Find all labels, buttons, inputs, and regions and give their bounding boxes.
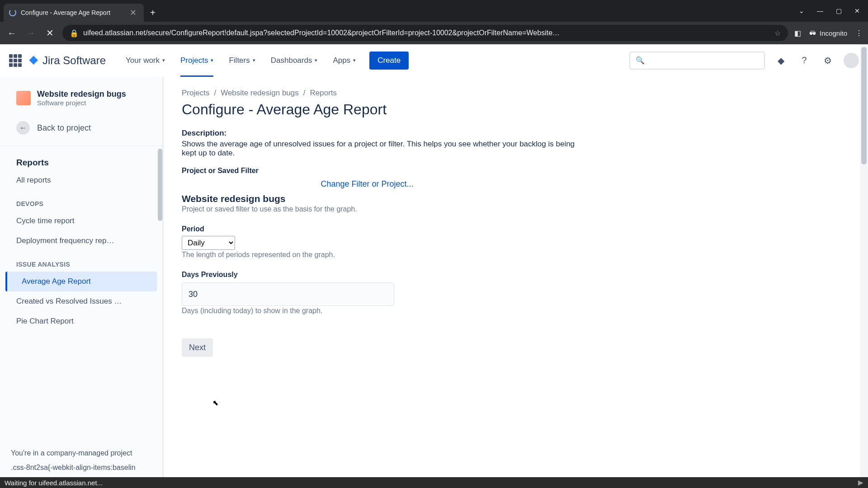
sidebar-group-issue-analysis: ISSUE ANALYSIS [0,251,162,272]
breadcrumb: Projects/ Website redesign bugs/ Reports [182,89,850,98]
project-avatar-icon [16,91,31,105]
change-filter-link[interactable]: Change Filter or Project... [182,179,552,189]
incognito-label: Incognito [820,29,847,37]
chevron-down-icon: ▾ [211,57,213,63]
sidebar-cycle-time-report[interactable]: Cycle time report [0,211,162,231]
browser-tab[interactable]: Configure - Average Age Report ✕ [4,4,144,22]
horizontal-scroll-arrow-icon[interactable]: ▶ [858,479,863,487]
sidebar-pie-chart-report[interactable]: Pie Chart Report [0,311,162,331]
global-nav: Jira Software Your work▾ Projects▾ Filte… [0,44,868,77]
next-button[interactable]: Next [182,338,213,357]
jira-logo[interactable]: Jira Software [28,54,106,67]
settings-icon[interactable]: ⚙ [820,53,835,68]
sidebar-deployment-frequency-report[interactable]: Deployment frequency rep… [0,231,162,251]
breadcrumb-projects[interactable]: Projects [182,89,209,98]
help-icon[interactable]: ? [797,53,812,68]
arrow-left-icon: ← [16,121,30,135]
incognito-icon: 🕶 [809,29,816,37]
nav-filters[interactable]: Filters▾ [222,44,261,77]
url-text: uifeed.atlassian.net/secure/ConfigureRep… [83,29,770,37]
days-label: Days Previously [182,271,589,279]
loading-spinner-icon [9,9,16,16]
sidebar-project-name: Website redesign bugs [37,89,126,99]
breadcrumb-reports[interactable]: Reports [310,89,337,98]
app-switcher-icon[interactable] [9,54,22,67]
main-content: Projects/ Website redesign bugs/ Reports… [164,77,868,477]
tab-search-icon[interactable]: ⌄ [799,7,804,14]
back-to-project-label: Back to project [37,123,91,133]
status-text: Waiting for uifeed.atlassian.net... [5,479,103,487]
sidebar-footer-text: You're in a company-managed project [0,445,162,462]
lock-icon: 🔒 [70,29,79,38]
period-hint: The length of periods represented on the… [182,251,589,259]
window-maximize-icon[interactable]: ▢ [836,7,842,14]
extensions-icon[interactable]: ◧ [794,29,801,38]
chevron-down-icon: ▾ [315,57,317,63]
description-label: Description: [182,129,589,138]
browser-toolbar: ← → ✕ 🔒 uifeed.atlassian.net/secure/Conf… [0,22,868,44]
browser-status-bar: Waiting for uifeed.atlassian.net... ▶ [0,477,868,488]
back-to-project[interactable]: ← Back to project [0,116,162,140]
address-bar[interactable]: 🔒 uifeed.atlassian.net/secure/ConfigureR… [62,25,788,41]
window-close-icon[interactable]: ✕ [854,7,860,14]
sidebar-all-reports[interactable]: All reports [0,170,162,190]
back-button[interactable]: ← [5,27,18,39]
bookmark-star-icon[interactable]: ☆ [774,29,781,38]
sidebar-group-devops: DEVOPS [0,190,162,211]
forward-button: → [24,27,37,39]
sidebar-debug-text: .css-8nt2sa{-webkit-align-items:baselin [0,462,162,477]
nav-dashboards[interactable]: Dashboards▾ [264,44,324,77]
nav-your-work[interactable]: Your work▾ [119,44,171,77]
browser-menu-icon[interactable]: ⋮ [855,29,863,38]
sidebar-reports-heading: Reports [0,155,162,170]
project-sidebar: Website redesign bugs Software project ←… [0,77,164,477]
stop-reload-button[interactable]: ✕ [43,27,56,39]
filter-label: Project or Saved Filter [182,167,589,175]
notifications-icon[interactable]: ◆ [773,53,788,68]
days-hint: Days (including today) to show in the gr… [182,307,589,315]
window-minimize-icon[interactable]: — [817,7,823,14]
page-scrollbar[interactable] [860,44,868,477]
new-tab-button[interactable]: + [144,4,162,22]
page-scrollbar-thumb[interactable] [861,47,867,164]
sidebar-created-vs-resolved[interactable]: Created vs Resolved Issues … [0,291,162,311]
nav-apps[interactable]: Apps▾ [326,44,362,77]
description-text: Shows the average age of unresolved issu… [182,140,589,158]
period-select[interactable]: Daily [182,236,235,250]
browser-tab-strip: Configure - Average Age Report ✕ + ⌄ — ▢… [0,0,868,22]
jira-logo-icon [28,55,40,66]
chevron-down-icon: ▾ [162,57,165,63]
nav-projects[interactable]: Projects▾ [174,44,220,77]
days-previously-input[interactable] [182,282,394,306]
chevron-down-icon: ▾ [253,57,255,63]
close-tab-icon[interactable]: ✕ [128,8,138,18]
incognito-indicator[interactable]: 🕶 Incognito [809,29,847,37]
jira-logo-text: Jira Software [42,54,106,67]
breadcrumb-project-name[interactable]: Website redesign bugs [221,89,299,98]
tab-title: Configure - Average Age Report [21,9,128,16]
search-input[interactable]: 🔍 [629,52,765,70]
filter-value: Website redesign bugs [182,193,589,204]
search-icon: 🔍 [636,56,645,65]
sidebar-average-age-report[interactable]: Average Age Report [5,272,157,291]
create-button[interactable]: Create [369,52,409,70]
page-title: Configure - Average Age Report [182,101,850,118]
sidebar-scrollbar-thumb[interactable] [158,149,162,221]
filter-hint: Project or saved filter to use as the ba… [182,205,589,213]
profile-avatar[interactable] [844,53,859,68]
period-label: Period [182,225,589,233]
chevron-down-icon: ▾ [353,57,356,63]
project-header: Website redesign bugs Software project [0,89,162,116]
sidebar-project-type: Software project [37,99,126,107]
